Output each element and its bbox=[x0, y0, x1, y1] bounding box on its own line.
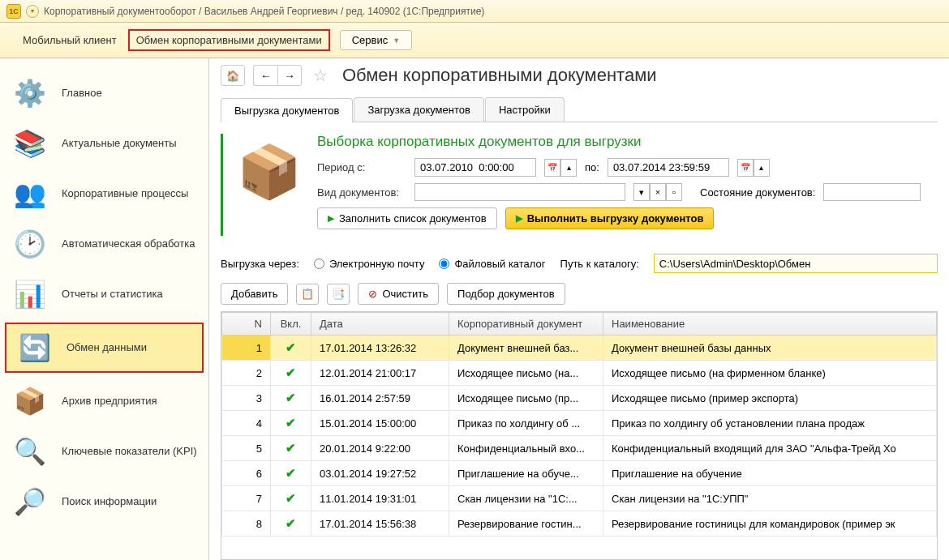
cell-doc: Приглашение на обуче... bbox=[449, 461, 603, 486]
home-button[interactable]: 🏠 bbox=[221, 65, 245, 86]
sidebar-item-label: Ключевые показатели (KPI) bbox=[62, 445, 197, 459]
sidebar-item-main[interactable]: ⚙️ Главное bbox=[0, 68, 208, 118]
sidebar-item-documents[interactable]: 📚 Актуальные документы bbox=[0, 118, 208, 169]
col-header-doc[interactable]: Корпоративный документ bbox=[449, 313, 603, 336]
combo-open-icon[interactable]: ▫ bbox=[666, 183, 682, 201]
stepper-up-icon[interactable]: ▴ bbox=[560, 159, 577, 177]
cell-n: 8 bbox=[222, 511, 271, 536]
col-header-n[interactable]: N bbox=[222, 313, 271, 336]
radio-file-label: Файловый каталог bbox=[454, 258, 545, 270]
sidebar-item-kpi[interactable]: 🔍 Ключевые показатели (KPI) bbox=[0, 426, 208, 477]
table-header-row: N Вкл. Дата Корпоративный документ Наиме… bbox=[222, 313, 937, 336]
combo-dropdown-icon[interactable]: ▾ bbox=[633, 183, 650, 201]
menu-exchange-documents[interactable]: Обмен корпоративными документами bbox=[128, 29, 330, 51]
cell-name: Приказ по холдингу об установлении плана… bbox=[603, 411, 937, 436]
tab-upload[interactable]: Выгрузка документов bbox=[221, 98, 353, 122]
books-icon: 📚 bbox=[11, 125, 49, 162]
check-icon: ✔ bbox=[286, 340, 296, 354]
filter-panel: 📦 Выборка корпоративных документов для в… bbox=[221, 134, 938, 236]
cell-date: 16.01.2014 2:57:59 bbox=[311, 386, 449, 411]
check-icon: ✔ bbox=[286, 365, 296, 379]
app-logo-icon: 1С bbox=[6, 4, 21, 19]
sidebar-item-automation[interactable]: 🕑 Автоматическая обработка bbox=[0, 219, 208, 269]
table-row[interactable]: 7✔11.01.2014 19:31:01Скан лицензии на "1… bbox=[222, 486, 937, 511]
cell-doc: Конфиденциальный вхо... bbox=[449, 436, 603, 461]
period-from-input[interactable] bbox=[414, 158, 536, 177]
radio-email[interactable]: Электронную почту bbox=[314, 258, 425, 270]
col-header-date[interactable]: Дата bbox=[311, 313, 449, 336]
cell-enabled[interactable]: ✔ bbox=[271, 511, 311, 536]
page-title: Обмен корпоративными документами bbox=[342, 65, 657, 86]
add-button[interactable]: Добавить bbox=[221, 283, 288, 305]
cell-enabled[interactable]: ✔ bbox=[271, 361, 311, 386]
export-options-row: Выгрузка через: Электронную почту Файлов… bbox=[209, 247, 949, 280]
documents-table: N Вкл. Дата Корпоративный документ Наиме… bbox=[221, 311, 938, 560]
cell-enabled[interactable]: ✔ bbox=[271, 461, 311, 486]
play-icon: ▶ bbox=[328, 213, 334, 224]
search-icon: 🔎 bbox=[11, 483, 49, 520]
sidebar-item-label: Обмен данными bbox=[67, 341, 147, 355]
table-row[interactable]: 4✔15.01.2014 15:00:00Приказ по холдингу … bbox=[222, 411, 937, 436]
dropdown-icon[interactable]: ▾ bbox=[26, 5, 39, 18]
check-icon: ✔ bbox=[286, 491, 296, 505]
cell-name: Исходящее письмо (на фирменном бланке) bbox=[603, 361, 937, 386]
table-row[interactable]: 1✔17.01.2014 13:26:32Документ внешней ба… bbox=[222, 336, 937, 361]
col-header-name[interactable]: Наименование bbox=[603, 313, 937, 336]
back-button[interactable]: ← bbox=[253, 65, 277, 86]
table-row[interactable]: 3✔16.01.2014 2:57:59Исходящее письмо (пр… bbox=[222, 386, 937, 411]
gear-icon: ⚙️ bbox=[11, 75, 49, 112]
cell-enabled[interactable]: ✔ bbox=[271, 386, 311, 411]
col-header-enabled[interactable]: Вкл. bbox=[271, 313, 311, 336]
favorite-star-icon[interactable]: ☆ bbox=[313, 66, 328, 85]
sidebar-item-reports[interactable]: 📊 Отчеты и статистика bbox=[0, 269, 208, 319]
clear-button[interactable]: ⊘ Очистить bbox=[358, 283, 439, 305]
doc-type-combo[interactable] bbox=[414, 183, 625, 201]
sidebar-item-processes[interactable]: 👥 Корпоративные процессы bbox=[0, 169, 208, 219]
table-row[interactable]: 5✔20.01.2014 9:22:00Конфиденциальный вхо… bbox=[222, 436, 937, 461]
select-docs-button[interactable]: Подбор документов bbox=[447, 283, 565, 305]
path-input[interactable] bbox=[654, 254, 938, 273]
cell-doc: Резервирование гостин... bbox=[449, 511, 603, 536]
sidebar-item-exchange[interactable]: 🔄 Обмен данными bbox=[5, 323, 204, 373]
magnifier-icon: 🔍 bbox=[11, 433, 49, 470]
sidebar-item-search[interactable]: 🔎 Поиск информации bbox=[0, 477, 208, 527]
menu-service-label: Сервис bbox=[352, 34, 389, 46]
menu-service[interactable]: Сервис ▼ bbox=[340, 30, 412, 50]
export-via-label: Выгрузка через: bbox=[221, 258, 299, 270]
stepper-up-icon[interactable]: ▴ bbox=[754, 159, 770, 177]
table-row[interactable]: 6✔03.01.2014 19:27:52Приглашение на обуч… bbox=[222, 461, 937, 486]
cell-enabled[interactable]: ✔ bbox=[271, 336, 311, 361]
menu-mobile-client[interactable]: Мобильный клиент bbox=[15, 29, 125, 51]
sidebar-item-archive[interactable]: 📦 Архив предприятия bbox=[0, 376, 208, 426]
sidebar-item-label: Архив предприятия bbox=[62, 395, 157, 408]
cell-enabled[interactable]: ✔ bbox=[271, 411, 311, 436]
execute-export-button[interactable]: ▶ Выполнить выгрузку документов bbox=[505, 207, 715, 229]
cell-date: 11.01.2014 19:31:01 bbox=[311, 486, 449, 511]
forward-button[interactable]: → bbox=[277, 65, 302, 86]
calendar-icon[interactable]: 📅 bbox=[737, 159, 754, 177]
chart-icon: 📊 bbox=[11, 276, 49, 313]
table-row[interactable]: 2✔12.01.2014 21:00:17Исходящее письмо (н… bbox=[222, 361, 937, 386]
cell-name: Скан лицензии на "1С:УПП" bbox=[603, 486, 937, 511]
calendar-icon[interactable]: 📅 bbox=[544, 159, 560, 177]
combo-clear-icon[interactable]: × bbox=[650, 183, 666, 201]
tab-settings[interactable]: Настройки bbox=[485, 97, 565, 122]
tab-download[interactable]: Загрузка документов bbox=[354, 97, 483, 122]
cell-enabled[interactable]: ✔ bbox=[271, 436, 311, 461]
delete-icon: ⊘ bbox=[368, 288, 377, 300]
radio-file-input[interactable] bbox=[439, 259, 449, 269]
cell-enabled[interactable]: ✔ bbox=[271, 486, 311, 511]
cell-date: 03.01.2014 19:27:52 bbox=[311, 461, 449, 486]
fill-list-button[interactable]: ▶ Заполнить список документов bbox=[317, 207, 497, 229]
doc-state-combo[interactable] bbox=[823, 183, 921, 201]
copy-button[interactable]: 📋 bbox=[296, 284, 319, 305]
period-to-input[interactable] bbox=[608, 158, 729, 177]
cell-date: 20.01.2014 9:22:00 bbox=[311, 436, 449, 461]
radio-email-input[interactable] bbox=[314, 259, 324, 269]
radio-file[interactable]: Файловый каталог bbox=[439, 258, 545, 270]
package-upload-icon: 📦 bbox=[231, 134, 307, 210]
table-row[interactable]: 8✔17.01.2014 15:56:38Резервирование гост… bbox=[222, 511, 937, 536]
execute-export-label: Выполнить выгрузку документов bbox=[527, 212, 704, 224]
duplicate-button[interactable]: 📑 bbox=[327, 284, 350, 305]
sidebar-item-label: Главное bbox=[62, 87, 102, 100]
